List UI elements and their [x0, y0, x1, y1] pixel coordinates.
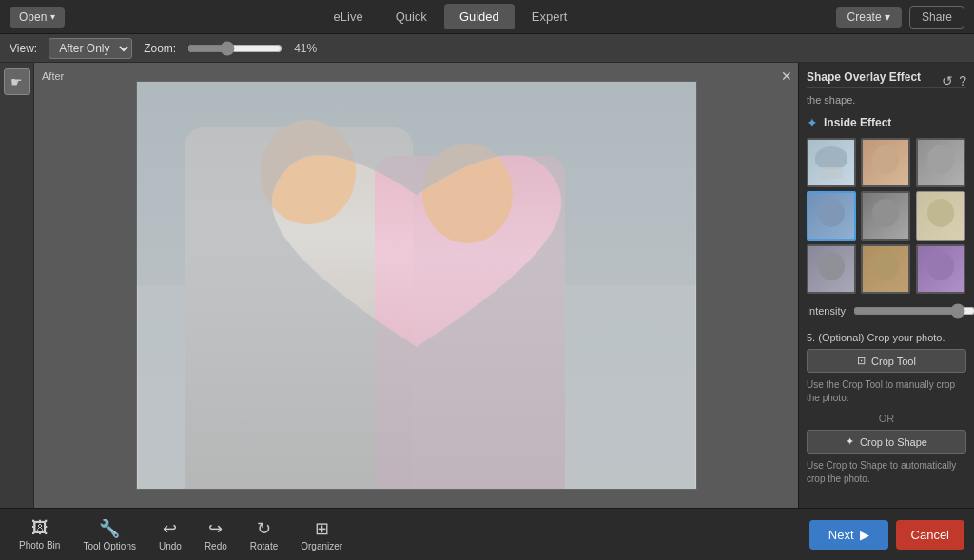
intensity-slider[interactable] — [853, 303, 974, 319]
help-icon[interactable]: ? — [959, 73, 966, 88]
thumb-1[interactable] — [861, 138, 910, 187]
right-panel: Shape Overlay Effect ↺ ? the shape. ✦ In… — [798, 63, 974, 508]
nav-tabs: eLive Quick Guided Expert — [319, 4, 583, 29]
step5-title: 5. (Optional) Crop your photo. — [807, 332, 966, 343]
rotate-icon: ↻ — [257, 518, 271, 539]
main-content: ☛ After ✕ — [0, 63, 974, 508]
organizer-label: Organizer — [301, 541, 342, 551]
thumb-3[interactable] — [807, 191, 856, 241]
thumb-8[interactable] — [916, 244, 965, 294]
zoom-label: Zoom: — [144, 42, 176, 55]
crop-shape-button[interactable]: ✦ Crop to Shape — [807, 430, 966, 454]
photo-frame — [136, 81, 697, 490]
photo-bin-button[interactable]: 🖼 Photo Bin — [10, 514, 69, 554]
thumb-0[interactable] — [807, 138, 856, 187]
intensity-row: Intensity — [807, 303, 966, 319]
next-label: Next — [828, 528, 854, 542]
or-divider: OR — [807, 413, 966, 424]
canvas-label: After — [42, 70, 64, 82]
tool-options-icon: 🔧 — [99, 518, 120, 539]
undo-icon: ↩ — [163, 518, 177, 539]
tab-expert[interactable]: Expert — [516, 4, 583, 29]
cancel-button[interactable]: Cancel — [896, 520, 964, 550]
bottom-bar: 🖼 Photo Bin 🔧 Tool Options ↩ Undo ↪ Redo… — [0, 508, 974, 560]
open-label: Open — [19, 10, 47, 24]
crop-tool-button[interactable]: ⊡ Crop Tool — [807, 349, 966, 373]
redo-button[interactable]: ↪ Redo — [195, 514, 237, 555]
thumb-2[interactable] — [916, 138, 965, 187]
crop-tool-label: Crop Tool — [871, 356, 916, 367]
thumb-6[interactable] — [807, 244, 856, 294]
tool-options-button[interactable]: 🔧 Tool Options — [73, 514, 146, 555]
zoom-percentage: 41% — [294, 42, 317, 55]
tab-elive[interactable]: eLive — [319, 4, 379, 29]
undo-button[interactable]: ↩ Undo — [149, 514, 191, 555]
tab-guided[interactable]: Guided — [444, 4, 515, 29]
next-button[interactable]: Next ▶ — [809, 520, 888, 550]
refresh-icon[interactable]: ↺ — [942, 73, 953, 88]
star-icon: ✦ — [807, 115, 818, 130]
bottom-right-actions: Next ▶ Cancel — [809, 520, 964, 550]
create-button[interactable]: Create ▾ — [836, 7, 902, 28]
rotate-label: Rotate — [250, 541, 278, 551]
organizer-button[interactable]: ⊞ Organizer — [291, 514, 352, 555]
close-canvas-button[interactable]: ✕ — [781, 68, 792, 84]
cancel-label: Cancel — [911, 528, 949, 542]
redo-label: Redo — [205, 541, 227, 551]
panel-description: the shape. — [807, 94, 966, 106]
redo-icon: ↪ — [208, 518, 223, 539]
intensity-label: Intensity — [807, 305, 846, 317]
open-button[interactable]: Open — [10, 7, 65, 28]
photo-bin-label: Photo Bin — [19, 540, 60, 550]
photo-bin-icon: 🖼 — [31, 518, 49, 538]
rotate-button[interactable]: ↻ Rotate — [241, 514, 287, 555]
cursor-icon: ☛ — [10, 74, 23, 89]
organizer-icon: ⊞ — [315, 518, 329, 539]
next-arrow-icon: ▶ — [860, 528, 869, 542]
secondary-toolbar: View: After Only Zoom: 41% — [0, 34, 974, 63]
crop-tool-desc: Use the Crop Tool to manually crop the p… — [807, 378, 966, 405]
thumb-5[interactable] — [916, 191, 965, 241]
share-button[interactable]: Share — [909, 6, 964, 29]
left-tool-panel: ☛ — [0, 63, 34, 508]
view-label: View: — [10, 42, 37, 55]
undo-label: Undo — [159, 541, 182, 551]
effect-thumbnails-grid — [807, 138, 966, 294]
crop-tool-icon: ⊡ — [857, 355, 866, 367]
canvas-area: After ✕ — [34, 63, 798, 508]
crop-shape-icon: ✦ — [846, 435, 854, 448]
view-select[interactable]: After Only — [49, 38, 132, 59]
crop-shape-desc: Use Crop to Shape to automatically crop … — [807, 459, 966, 486]
zoom-slider[interactable] — [187, 41, 282, 56]
thumb-4[interactable] — [861, 191, 910, 241]
inside-effect-label: Inside Effect — [824, 116, 891, 129]
tab-quick[interactable]: Quick — [380, 4, 442, 29]
tool-options-label: Tool Options — [83, 541, 136, 551]
thumb-7[interactable] — [861, 244, 910, 294]
top-bar: Open eLive Quick Guided Expert Create ▾ … — [0, 0, 974, 34]
crop-shape-label: Crop to Shape — [860, 436, 927, 448]
inside-effect-header: ✦ Inside Effect — [807, 115, 966, 130]
select-tool-button[interactable]: ☛ — [4, 68, 30, 95]
